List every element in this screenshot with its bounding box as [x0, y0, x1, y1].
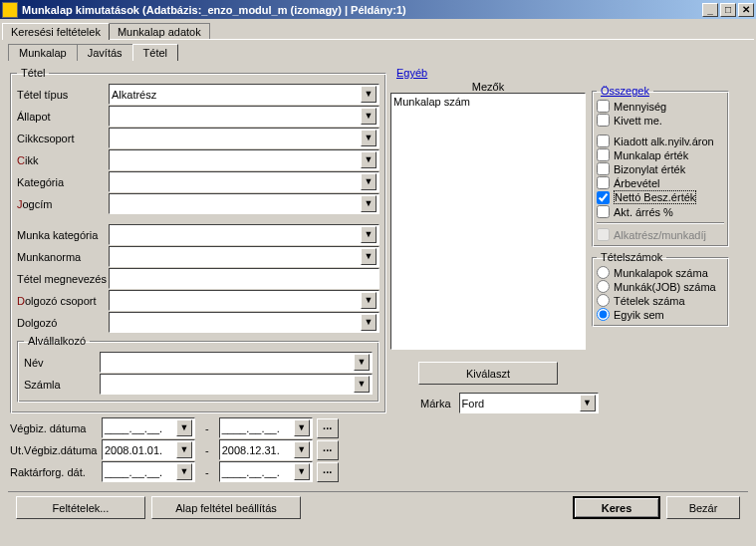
combo-allapot[interactable]: ▼	[109, 106, 379, 127]
chevron-down-icon[interactable]: ▼	[361, 195, 377, 212]
close-button[interactable]: ✕	[738, 3, 754, 17]
combo-dolgozo-csoport[interactable]: ▼	[109, 290, 379, 311]
list-item[interactable]: Munkalap szám	[393, 96, 583, 108]
combo-munka-kategoria[interactable]: ▼	[109, 224, 379, 245]
date-utvegbiz-from[interactable]: 2008.01.01.▼	[102, 439, 195, 460]
chevron-down-icon[interactable]: ▼	[361, 130, 377, 146]
chevron-down-icon[interactable]: ▼	[361, 173, 377, 190]
chevron-down-icon[interactable]: ▼	[361, 314, 377, 331]
window-title: Munkalap kimutatások (Adatbázis:_enzo_mo…	[22, 4, 700, 16]
window-titlebar: Munkalap kimutatások (Adatbázis:_enzo_mo…	[0, 0, 756, 19]
date-raktar-to[interactable]: ____.__.__.▼	[219, 461, 313, 482]
tab-javitas[interactable]: Javítás	[77, 44, 133, 61]
chevron-down-icon[interactable]: ▼	[354, 354, 370, 371]
legend-tetel: Tétel	[17, 67, 49, 79]
keres-button[interactable]: Keres	[573, 496, 660, 519]
chk-kivett-me[interactable]	[597, 114, 610, 127]
link-egyeb[interactable]: Egyéb	[396, 67, 427, 79]
listbox-mezok[interactable]: Munkalap szám	[390, 93, 586, 350]
radio-tetelek[interactable]	[597, 294, 610, 307]
alap-feltetel-button[interactable]: Alap feltétel beállítás	[151, 496, 301, 519]
chevron-down-icon[interactable]: ▼	[176, 463, 192, 480]
chk-alkatresz-munkadij	[597, 228, 610, 241]
date-vegbiz-from[interactable]: ____.__.__.▼	[102, 417, 195, 438]
group-tetel: Tétel Tétel típus Alkatrész▼ Állapot ▼ C…	[10, 67, 386, 413]
label-tetel-tipus: Tétel típus	[17, 89, 109, 101]
chk-kiadott[interactable]	[597, 135, 610, 147]
label-raktarforg: Raktárforg. dát.	[10, 466, 102, 478]
chk-netto-besz[interactable]	[597, 191, 610, 204]
raktar-browse-button[interactable]: ...	[317, 462, 339, 482]
combo-nev[interactable]: ▼	[100, 352, 373, 373]
bottom-bar: Feltételek... Alap feltétel beállítás Ke…	[8, 491, 748, 523]
chk-arbevetel[interactable]	[597, 176, 610, 189]
chevron-down-icon[interactable]: ▼	[176, 441, 192, 458]
tab-worksheet-data[interactable]: Munkalap adatok	[109, 23, 210, 40]
radio-egyik-sem[interactable]	[597, 308, 610, 321]
tab-search-criteria[interactable]: Keresési feltételek	[2, 23, 110, 40]
combo-dolgozo[interactable]: ▼	[109, 312, 379, 333]
combo-marka[interactable]: Ford▼	[459, 393, 599, 413]
app-icon	[2, 2, 18, 18]
group-tetelszamok: Tételszámok Munkalapok száma Munkák(JOB)…	[592, 251, 729, 327]
combo-kategoria[interactable]: ▼	[109, 171, 379, 192]
chevron-down-icon[interactable]: ▼	[354, 376, 370, 393]
label-ut-vegbiz: Ut.Végbiz.dátuma	[10, 444, 102, 456]
chk-munkalap-ertek[interactable]	[597, 148, 610, 161]
legend-osszegek[interactable]: Összegek	[597, 85, 653, 97]
chk-akt-arres[interactable]	[597, 205, 610, 218]
label-munkanorma: Munkanorma	[17, 251, 109, 263]
chevron-down-icon[interactable]: ▼	[361, 108, 377, 125]
vegbiz-browse-button[interactable]: ...	[317, 418, 339, 438]
chevron-down-icon[interactable]: ▼	[294, 463, 310, 480]
minimize-button[interactable]: _	[702, 3, 718, 17]
label-kategoria: Kategória	[17, 176, 109, 188]
radio-munkalapok[interactable]	[597, 266, 610, 279]
inner-tabs: Munkalap Javítás Tétel	[8, 44, 752, 61]
radio-munkak[interactable]	[597, 280, 610, 293]
input-tetel-megnev[interactable]	[109, 268, 379, 289]
maximize-button[interactable]: □	[720, 3, 736, 17]
legend-tetelszamok: Tételszámok	[597, 251, 666, 263]
label-mezok: Mezők	[390, 81, 586, 93]
chk-mennyiseg[interactable]	[597, 100, 610, 113]
combo-munkanorma[interactable]: ▼	[109, 246, 379, 267]
feltetelek-button[interactable]: Feltételek...	[16, 496, 145, 519]
chevron-down-icon[interactable]: ▼	[361, 292, 377, 309]
kivalaszt-button[interactable]: Kiválaszt	[418, 362, 558, 385]
group-alvallalkozo: Alvállalkozó Név ▼ Számla ▼	[17, 335, 379, 403]
label-marka: Márka	[420, 398, 451, 410]
date-utvegbiz-to[interactable]: 2008.12.31.▼	[219, 439, 313, 460]
chevron-down-icon[interactable]: ▼	[361, 151, 377, 168]
combo-cikk[interactable]: ▼	[109, 149, 379, 170]
utvegbiz-browse-button[interactable]: ...	[317, 440, 339, 460]
tab-tetel[interactable]: Tétel	[132, 44, 178, 61]
label-nev: Név	[24, 357, 100, 369]
label-cikk: Cikk	[17, 154, 109, 166]
combo-szamla[interactable]: ▼	[100, 374, 373, 395]
group-osszegek: Összegek Mennyiség Kivett me. Kiadott al…	[592, 85, 729, 247]
label-jogcim: Jogcím	[17, 198, 109, 210]
bezar-button[interactable]: Bezár	[666, 496, 740, 519]
chevron-down-icon[interactable]: ▼	[580, 395, 596, 411]
label-szamla: Számla	[24, 379, 100, 391]
chevron-down-icon[interactable]: ▼	[176, 419, 192, 436]
label-dolgozo: Dolgozó	[17, 317, 109, 329]
search-panel: Munkalap Javítás Tétel Tétel Tétel típus…	[2, 39, 754, 525]
combo-cikkcsoport[interactable]: ▼	[109, 128, 379, 148]
tab-munkalap[interactable]: Munkalap	[8, 44, 78, 61]
chevron-down-icon[interactable]: ▼	[361, 226, 377, 243]
combo-tetel-tipus[interactable]: Alkatrész▼	[109, 84, 379, 105]
date-raktar-from[interactable]: ____.__.__.▼	[102, 461, 195, 482]
chk-bizonylat-ertek[interactable]	[597, 162, 610, 175]
outer-tabs: Keresési feltételek Munkalap adatok	[2, 23, 754, 40]
combo-jogcim[interactable]: ▼	[109, 193, 379, 214]
label-vegbiz-datuma: Végbiz. dátuma	[10, 422, 102, 434]
chevron-down-icon[interactable]: ▼	[361, 86, 377, 103]
chevron-down-icon[interactable]: ▼	[361, 248, 377, 265]
chevron-down-icon[interactable]: ▼	[294, 419, 310, 436]
label-dolgozo-csoport: Dolgozó csoport	[17, 295, 109, 307]
chevron-down-icon[interactable]: ▼	[294, 441, 310, 458]
date-vegbiz-to[interactable]: ____.__.__.▼	[219, 417, 313, 438]
label-tetel-megnev: Tétel megnevezés	[17, 273, 109, 285]
